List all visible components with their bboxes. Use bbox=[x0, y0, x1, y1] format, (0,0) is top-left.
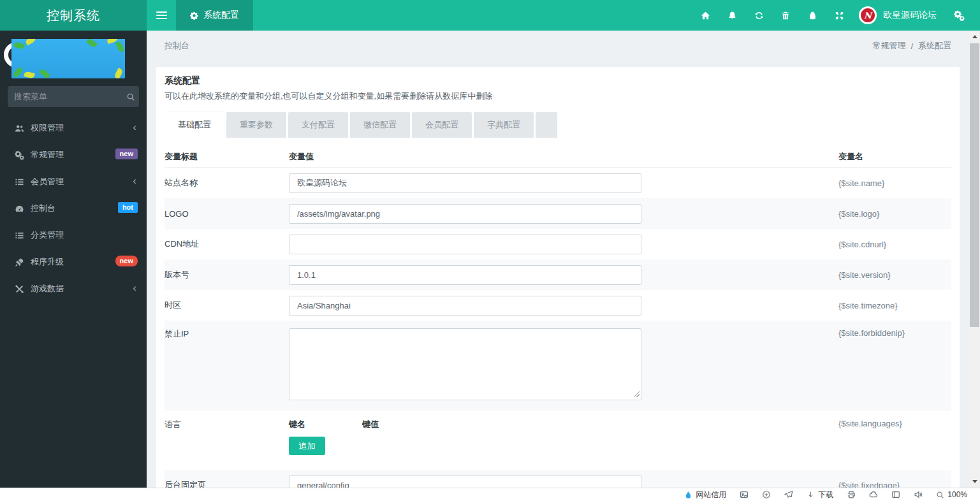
tab-important-params[interactable]: 重要参数 bbox=[226, 112, 286, 138]
sidebar-item-dashboard[interactable]: 控制台 hot bbox=[0, 195, 147, 222]
users-icon bbox=[14, 124, 24, 133]
vertical-scrollbar bbox=[969, 31, 980, 488]
site-forbiddenip-textarea[interactable] bbox=[289, 328, 641, 400]
site-timezone-input[interactable] bbox=[289, 296, 641, 316]
page-title: 系统配置 bbox=[165, 75, 951, 87]
boost-item[interactable] bbox=[762, 490, 771, 499]
table-row-timezone: 时区 {$site.timezone} bbox=[165, 290, 951, 321]
menu-search-input[interactable] bbox=[14, 92, 126, 101]
sidebar-item-upgrade[interactable]: 程序升级 new bbox=[0, 249, 147, 275]
sidebar-item-auth[interactable]: 权限管理 ‹ bbox=[0, 115, 147, 142]
sidebar-item-members[interactable]: 会员管理 ‹ bbox=[0, 168, 147, 195]
drop-icon bbox=[684, 491, 692, 499]
gear-icon bbox=[190, 11, 198, 20]
table-row-version: 版本号 {$site.version} bbox=[165, 259, 951, 290]
cogs-icon[interactable] bbox=[946, 0, 972, 31]
main-content: 控制台 常规管理 / 系统配置 系统配置 可以在此增改系统的变量和分组,也可以自… bbox=[147, 31, 969, 488]
user-menu[interactable]: N 欧皇源码论坛 bbox=[852, 6, 946, 24]
table-row-cdn: CDN地址 {$site.cdnurl} bbox=[165, 229, 951, 259]
download-item[interactable]: 下载 bbox=[807, 490, 833, 500]
cloud-item[interactable] bbox=[869, 490, 878, 499]
speaker-icon bbox=[914, 490, 923, 499]
zoom-level-item[interactable]: 100% bbox=[936, 490, 967, 499]
dashboard-icon bbox=[14, 204, 24, 214]
printer-icon bbox=[847, 490, 856, 499]
tab-payment-config[interactable]: 支付配置 bbox=[288, 112, 348, 138]
chevron-left-icon: ‹ bbox=[133, 175, 136, 186]
table-row-forbidden-ip: 禁止IP {$site.forbiddenip} bbox=[165, 321, 951, 411]
site-version-input[interactable] bbox=[289, 265, 641, 285]
sidebar: 权限管理 ‹ 常规管理 new 会员管理 ‹ 控制台 hot 分类管理 程序升级… bbox=[0, 31, 147, 488]
config-tabs: 基础配置 重要参数 支付配置 微信配置 会员配置 字典配置 bbox=[165, 112, 951, 138]
resize-handle-icon[interactable] bbox=[634, 391, 640, 397]
fullscreen-icon[interactable] bbox=[826, 0, 852, 31]
chevron-left-icon: ‹ bbox=[133, 122, 136, 133]
sidebar-banner-image bbox=[11, 39, 125, 78]
sidebar-item-general[interactable]: 常规管理 new bbox=[0, 142, 147, 168]
scroll-up-arrow[interactable] bbox=[969, 32, 980, 41]
breadcrumb-separator: / bbox=[911, 41, 913, 51]
tab-dict-config[interactable]: 字典配置 bbox=[474, 112, 534, 138]
table-row-languages: 语言 键名 键值 追加 {$site.languages} bbox=[165, 411, 951, 470]
mute-item[interactable] bbox=[914, 490, 923, 499]
sidebar-panel-item[interactable] bbox=[891, 490, 900, 499]
app-brand: 控制系统 bbox=[0, 0, 147, 31]
browser-status-bar: 网站信用 下载 100% bbox=[0, 488, 980, 501]
avatar: N bbox=[859, 6, 877, 24]
sidebar-item-category[interactable]: 分类管理 bbox=[0, 222, 147, 249]
table-row-fixedpage: 后台固定页 {$site.fixedpage} bbox=[165, 470, 951, 488]
breadcrumb-parent[interactable]: 常规管理 bbox=[872, 40, 905, 52]
new-badge: new bbox=[115, 149, 138, 159]
scrollbar-thumb[interactable] bbox=[970, 43, 979, 327]
table-row-site-name: 站点名称 {$site.name} bbox=[165, 168, 951, 198]
config-panel: 系统配置 可以在此增改系统的变量和分组,也可以自定义分组和变量,如果需要删除请从… bbox=[156, 67, 960, 488]
sidebar-toggle-button[interactable] bbox=[147, 0, 176, 31]
site-cdnurl-input[interactable] bbox=[289, 235, 641, 254]
tab-wechat-config[interactable]: 微信配置 bbox=[350, 112, 410, 138]
game-boost-item[interactable] bbox=[784, 490, 793, 499]
scroll-down-arrow[interactable] bbox=[969, 477, 980, 486]
username: 欧皇源码论坛 bbox=[883, 10, 937, 21]
sidebar-menu: 权限管理 ‹ 常规管理 new 会员管理 ‹ 控制台 hot 分类管理 程序升级… bbox=[0, 115, 147, 302]
topbar: 控制系统 系统配置 N 欧皇源码论坛 bbox=[0, 0, 980, 31]
site-credit-item[interactable]: 网站信用 bbox=[684, 490, 726, 500]
tab-member-config[interactable]: 会员配置 bbox=[412, 112, 472, 138]
breadcrumb: 控制台 常规管理 / 系统配置 bbox=[147, 31, 969, 61]
sidebar-item-gamedata[interactable]: 游戏数据 ‹ bbox=[0, 275, 147, 302]
search-icon[interactable] bbox=[126, 92, 135, 101]
bell-icon[interactable] bbox=[719, 0, 745, 31]
plane-icon bbox=[784, 490, 793, 499]
print-item[interactable] bbox=[847, 490, 856, 499]
append-button[interactable]: 追加 bbox=[289, 437, 325, 455]
hot-badge: hot bbox=[118, 202, 138, 213]
trash-icon[interactable] bbox=[772, 0, 799, 31]
cloud-icon bbox=[869, 490, 878, 499]
site-logo-input[interactable] bbox=[289, 204, 641, 224]
tab-empty[interactable] bbox=[536, 112, 557, 138]
tools-icon bbox=[14, 284, 24, 294]
refresh-icon[interactable] bbox=[745, 0, 772, 31]
image-tool-item[interactable] bbox=[740, 490, 749, 499]
keyvalue-labels: 键名 键值 bbox=[289, 419, 838, 430]
config-table: 变量标题 变量值 变量名 站点名称 {$site.name} LOGO {$si… bbox=[165, 146, 951, 488]
breadcrumb-current-page[interactable]: 控制台 bbox=[165, 40, 189, 52]
list-icon bbox=[14, 177, 24, 187]
list-icon bbox=[14, 231, 24, 240]
breadcrumb-current: 系统配置 bbox=[918, 40, 951, 52]
home-icon[interactable] bbox=[692, 0, 719, 31]
tab-basic-config[interactable]: 基础配置 bbox=[165, 112, 224, 138]
cogs-icon bbox=[14, 150, 24, 160]
qq-icon[interactable] bbox=[799, 0, 826, 31]
site-name-input[interactable] bbox=[289, 173, 641, 193]
hamburger-icon bbox=[156, 10, 167, 21]
chevron-left-icon: ‹ bbox=[133, 282, 136, 293]
menu-search bbox=[8, 86, 139, 107]
site-fixedpage-input[interactable] bbox=[289, 476, 641, 488]
download-icon bbox=[807, 491, 815, 499]
table-header: 变量标题 变量值 变量名 bbox=[165, 146, 951, 168]
topnav-tab-system-config[interactable]: 系统配置 bbox=[176, 0, 253, 31]
new-badge: new bbox=[115, 256, 138, 266]
zoom-icon bbox=[936, 491, 944, 499]
circle-plus-icon bbox=[762, 490, 771, 499]
rocket-icon bbox=[14, 258, 24, 267]
